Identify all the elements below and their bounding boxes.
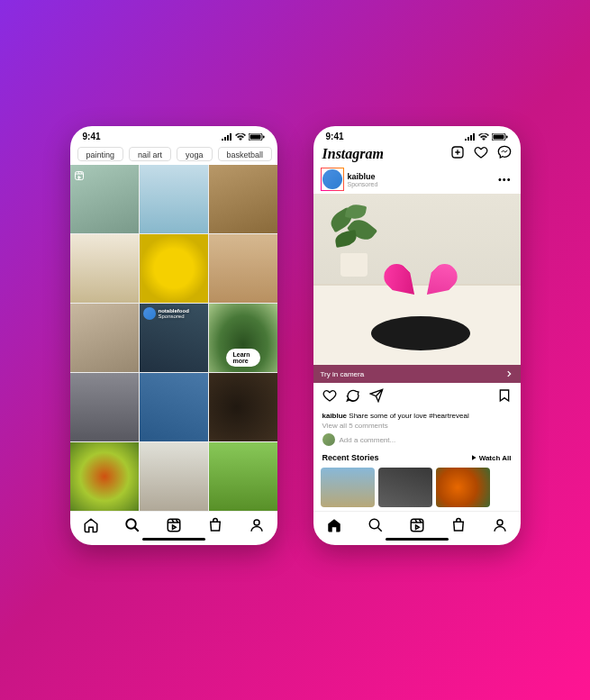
grid-cell[interactable] (70, 373, 139, 441)
post-username[interactable]: kaiblue (348, 172, 378, 181)
explore-chips: painting nail art yoga basketball to (70, 143, 277, 165)
grid-cell[interactable] (140, 234, 208, 303)
pad-graphic (371, 316, 470, 350)
nav-search[interactable] (124, 517, 141, 533)
grid-cell[interactable] (140, 165, 208, 233)
explore-phone: 9:41 painting nail art yoga basketball t… (70, 126, 277, 545)
signal-icon (222, 133, 232, 141)
grid-cell[interactable] (140, 373, 208, 441)
svg-rect-12 (411, 520, 423, 532)
chip-basketball[interactable]: basketball (218, 147, 273, 161)
stories-title: Recent Stories (322, 453, 379, 462)
post-avatar[interactable] (322, 169, 342, 189)
comment-avatar (322, 433, 335, 446)
grid-cell[interactable] (70, 304, 139, 372)
watch-all-button[interactable]: Watch All (470, 454, 512, 462)
plant-graphic (330, 205, 384, 277)
feed-phone: 9:41 Instagram kaiblue Sponsored ••• (313, 126, 521, 545)
svg-rect-8 (493, 134, 504, 139)
post-sponsored-label: Sponsored (348, 181, 378, 187)
post-media[interactable]: Try in camera (313, 194, 521, 383)
caption-username[interactable]: kaiblue (322, 412, 348, 420)
svg-point-13 (497, 520, 503, 525)
grid-cell[interactable] (209, 442, 277, 511)
reels-icon (74, 168, 85, 185)
nav-reels[interactable] (166, 517, 182, 533)
nav-shop[interactable] (207, 517, 223, 533)
grid-cell[interactable] (209, 165, 277, 233)
activity-button[interactable] (474, 145, 488, 163)
chip-yoga[interactable]: yoga (177, 147, 213, 161)
signal-icon (465, 133, 476, 141)
battery-icon (492, 133, 508, 141)
svg-point-11 (369, 520, 379, 530)
caption-text: Share some of your love #heartreveal (349, 412, 468, 420)
story-item[interactable] (321, 468, 375, 507)
explore-grid: notablefood Sponsored Learn more (70, 165, 277, 511)
status-time: 9:41 (326, 132, 344, 141)
post-caption: kaiblue Share some of your love #heartre… (313, 412, 521, 420)
svg-rect-5 (168, 520, 180, 532)
status-icons (465, 133, 508, 141)
grid-cell[interactable]: Learn more (209, 304, 277, 372)
view-comments-link[interactable]: View all 5 comments (313, 420, 521, 432)
battery-icon (249, 133, 265, 141)
stories-row (313, 464, 521, 511)
svg-rect-1 (250, 134, 260, 139)
nav-profile[interactable] (249, 517, 265, 533)
grid-cell[interactable] (70, 442, 139, 511)
add-comment-placeholder: Add a comment... (340, 436, 396, 444)
grid-cell[interactable] (140, 442, 208, 511)
nav-home[interactable] (326, 517, 342, 533)
svg-point-4 (126, 520, 136, 530)
grid-cell[interactable] (209, 373, 277, 441)
svg-rect-2 (263, 135, 265, 138)
status-time: 9:41 (83, 132, 101, 141)
add-comment-row[interactable]: Add a comment... (313, 432, 521, 451)
status-bar: 9:41 (313, 126, 521, 143)
chip-painting[interactable]: painting (77, 147, 124, 161)
like-button[interactable] (322, 388, 337, 406)
post-cta-bar[interactable]: Try in camera (313, 365, 521, 383)
watch-all-label: Watch All (479, 454, 512, 462)
messenger-button[interactable] (497, 145, 512, 163)
grid-cell[interactable] (209, 234, 277, 303)
post-actions (313, 383, 521, 412)
home-indicator[interactable] (142, 538, 205, 541)
story-item[interactable] (436, 468, 490, 507)
bottom-nav (70, 511, 277, 535)
heart-graphic (398, 248, 443, 289)
nav-reels[interactable] (409, 517, 425, 533)
learn-more-button[interactable]: Learn more (226, 349, 260, 367)
wifi-icon (235, 133, 246, 141)
grid-cell[interactable] (70, 234, 139, 303)
nav-shop[interactable] (450, 517, 467, 533)
grid-cell-sponsored[interactable]: notablefood Sponsored (140, 304, 208, 372)
chip-nail-art[interactable]: nail art (129, 147, 171, 161)
comment-button[interactable] (346, 388, 360, 406)
stories-header: Recent Stories Watch All (313, 451, 521, 464)
wifi-icon (478, 133, 489, 141)
nav-search[interactable] (368, 517, 384, 533)
status-bar: 9:41 (70, 126, 277, 143)
share-button[interactable] (369, 388, 384, 406)
status-icons (222, 133, 265, 141)
sponsored-avatar (143, 307, 156, 320)
post-header: kaiblue Sponsored ••• (313, 165, 521, 194)
story-item[interactable] (378, 468, 432, 507)
svg-rect-9 (506, 135, 508, 138)
create-post-button[interactable] (450, 145, 465, 163)
play-icon (470, 454, 477, 461)
instagram-logo[interactable]: Instagram (322, 146, 384, 162)
feed-header: Instagram (313, 143, 521, 165)
chevron-right-icon (504, 369, 513, 378)
post-more-button[interactable]: ••• (498, 174, 512, 185)
svg-point-6 (254, 520, 259, 525)
nav-home[interactable] (83, 517, 99, 533)
bottom-nav (313, 511, 521, 535)
nav-profile[interactable] (492, 517, 508, 533)
home-indicator[interactable] (386, 538, 449, 541)
save-button[interactable] (497, 388, 512, 406)
sponsored-overlay: notablefood Sponsored (143, 307, 189, 320)
grid-cell[interactable] (70, 165, 139, 233)
